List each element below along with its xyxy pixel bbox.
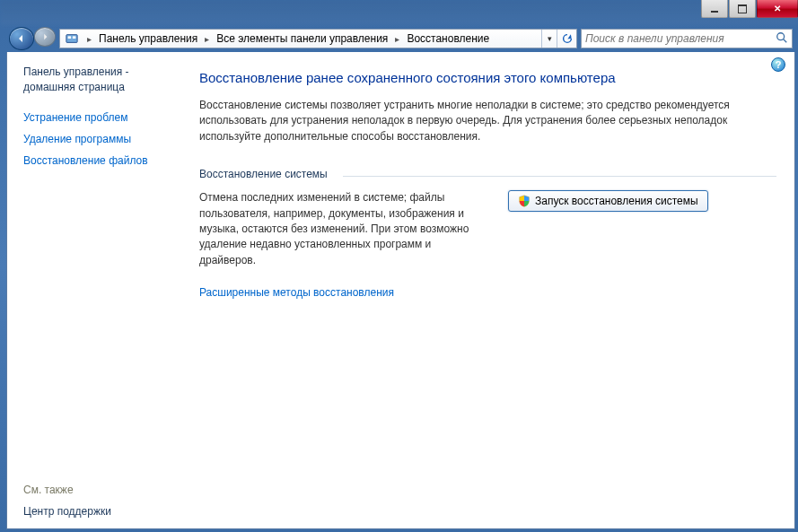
- content-area: Панель управления - домашняя страница Ус…: [6, 52, 795, 529]
- sidebar-link-troubleshoot[interactable]: Устранение проблем: [23, 111, 178, 124]
- address-bar-tail: ▾: [541, 30, 576, 48]
- control-panel-icon: [64, 31, 80, 46]
- breadcrumb-chevron-icon[interactable]: ▸: [83, 32, 95, 46]
- sidebar-link-uninstall[interactable]: Удаление программы: [23, 133, 178, 145]
- close-button[interactable]: ✕: [757, 0, 798, 18]
- group-description: Отмена последних изменений в системе; фа…: [199, 190, 487, 268]
- search-icon[interactable]: [776, 31, 788, 47]
- navigation-row: ▸ Панель управления ▸ Все элементы панел…: [9, 27, 793, 50]
- advanced-recovery-link[interactable]: Расширенные методы восстановления: [199, 286, 776, 299]
- group-legend: Восстановление системы: [199, 168, 776, 183]
- refresh-button[interactable]: [557, 30, 576, 48]
- back-arrow-icon: [17, 34, 26, 43]
- sidebar: Панель управления - домашняя страница Ус…: [7, 52, 187, 528]
- maximize-button[interactable]: [729, 0, 756, 18]
- breadcrumb-chevron-icon[interactable]: ▸: [391, 32, 403, 46]
- nav-buttons: [9, 27, 56, 50]
- uac-shield-icon: [518, 195, 531, 207]
- svg-point-3: [777, 32, 785, 39]
- help-icon[interactable]: ?: [771, 57, 785, 72]
- breadcrumb-segment[interactable]: Панель управления: [95, 31, 201, 47]
- action-button-label: Запуск восстановления системы: [535, 195, 698, 207]
- page-title: Восстановление ранее сохраненного состоя…: [199, 70, 776, 85]
- control-panel-home-link[interactable]: Панель управления - домашняя страница: [23, 65, 178, 95]
- sidebar-link-restore-files[interactable]: Восстановление файлов: [23, 154, 178, 167]
- window-controls: ✕: [700, 0, 798, 20]
- address-dropdown-icon[interactable]: ▾: [542, 34, 557, 43]
- address-bar[interactable]: ▸ Панель управления ▸ Все элементы панел…: [59, 29, 577, 48]
- intro-text: Восстановление системы позволяет устрани…: [199, 98, 774, 144]
- breadcrumb-segment[interactable]: Все элементы панели управления: [213, 31, 391, 47]
- search-input[interactable]: [585, 32, 776, 45]
- forward-button[interactable]: [34, 27, 56, 47]
- breadcrumb-chevron-icon[interactable]: ▸: [201, 32, 213, 46]
- main-panel: ? Восстановление ранее сохраненного сост…: [187, 52, 794, 528]
- svg-line-4: [784, 39, 787, 42]
- start-system-restore-button[interactable]: Запуск восстановления системы: [508, 190, 708, 212]
- svg-rect-2: [73, 36, 76, 39]
- refresh-icon: [561, 32, 574, 45]
- see-also-action-center[interactable]: Центр поддержки: [23, 505, 178, 518]
- breadcrumb-segment[interactable]: Восстановление: [403, 31, 493, 47]
- system-restore-group: Восстановление системы Отмена последних …: [199, 168, 776, 268]
- svg-rect-1: [68, 36, 72, 39]
- search-box[interactable]: [581, 29, 793, 48]
- forward-arrow-icon: [41, 33, 48, 40]
- minimize-button[interactable]: [701, 0, 728, 18]
- see-also-label: См. также: [23, 484, 178, 496]
- back-button[interactable]: [9, 27, 34, 50]
